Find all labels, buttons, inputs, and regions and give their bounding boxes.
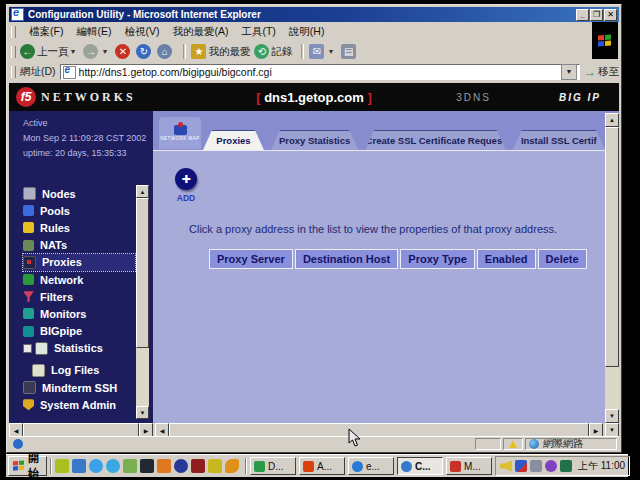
sidebar-item-filters[interactable]: Filters	[23, 288, 135, 305]
tab-create-ssl-certificate-request[interactable]: Create SSL Certificate Request	[365, 130, 505, 150]
volume-icon[interactable]	[500, 460, 512, 472]
task-button-3[interactable]: e...	[348, 457, 394, 475]
forward-dropdown-icon[interactable]: ▼	[101, 48, 108, 55]
add-proxy-button[interactable]: ✚	[175, 168, 197, 190]
title-bar[interactable]: Configuration Utility - Microsoft Intern…	[9, 7, 619, 22]
scrollbar-thumb[interactable]	[169, 423, 589, 437]
task-button-2[interactable]: A...	[299, 457, 345, 475]
column-proxy-server[interactable]: Proxy Server	[209, 249, 293, 269]
scroll-right-icon[interactable]: ▶	[139, 423, 153, 437]
address-input[interactable]	[79, 66, 561, 78]
refresh-button[interactable]: ↻	[136, 44, 153, 59]
address-field[interactable]: ▼	[60, 64, 580, 80]
show-desktop-icon[interactable]	[72, 459, 86, 473]
sidebar-item-bigpipe[interactable]: BIGpipe	[23, 323, 135, 340]
toolbar-grip[interactable]	[11, 66, 16, 78]
toolbar-grip[interactable]	[11, 26, 16, 38]
go-button[interactable]: → 移至	[584, 65, 619, 79]
quicklaunch-icon-5[interactable]	[123, 459, 137, 473]
column-proxy-type[interactable]: Proxy Type	[400, 249, 475, 269]
quicklaunch-icon-9[interactable]	[191, 459, 205, 473]
scroll-up-icon[interactable]: ▲	[605, 113, 619, 127]
sidebar-item-nodes[interactable]: Nodes	[23, 185, 135, 202]
ime-indicator-icon[interactable]	[515, 460, 527, 472]
quicklaunch-icon-7[interactable]	[157, 459, 171, 473]
maximize-button[interactable]: ❐	[590, 9, 603, 21]
start-button[interactable]: 開始	[8, 456, 47, 476]
network-tray-icon[interactable]	[560, 460, 572, 472]
sidebar-item-log-files[interactable]: Log Files	[32, 362, 135, 379]
scrollbar-thumb[interactable]	[605, 127, 619, 367]
tab-proxies[interactable]: Proxies	[203, 130, 264, 150]
scrollbar-thumb[interactable]	[23, 423, 139, 437]
quicklaunch-icon-6[interactable]	[140, 459, 154, 473]
mail-button[interactable]: ✉ ▼	[309, 44, 337, 59]
status-active: Active	[23, 116, 146, 131]
scroll-down-icon[interactable]: ▼	[605, 409, 619, 423]
column-delete[interactable]: Delete	[538, 249, 587, 269]
menu-edit[interactable]: 編輯(E)	[76, 25, 111, 39]
quicklaunch-icon-3[interactable]	[89, 459, 103, 473]
sidebar-item-statistics[interactable]: Statistics	[23, 340, 135, 357]
sidebar-item-pools[interactable]: Pools	[23, 202, 135, 219]
sidebar-hscrollbar[interactable]: ◀ ▶	[9, 423, 153, 437]
mail-dropdown-icon[interactable]: ▼	[327, 48, 334, 55]
sidebar-item-proxies[interactable]: Proxies	[23, 254, 135, 271]
sidebar-item-system-admin[interactable]: System Admin	[23, 396, 135, 413]
print-button[interactable]: ▤	[341, 44, 358, 59]
minimize-button[interactable]: _	[576, 9, 589, 21]
tab-install-ssl-certificate[interactable]: Install SSL Certif	[513, 130, 605, 150]
scroll-left-icon[interactable]: ◀	[155, 423, 169, 437]
main-scrollbar[interactable]: ▲ ▼	[605, 113, 619, 423]
scroll-left-icon[interactable]: ◀	[9, 423, 23, 437]
sidebar-scrollbar[interactable]: ▲ ▼	[136, 185, 149, 419]
quicklaunch-icon-1[interactable]	[55, 459, 69, 473]
menu-view[interactable]: 檢視(V)	[124, 25, 159, 39]
main-hscrollbar[interactable]: ◀ ▶	[155, 423, 603, 437]
task-button-configuration-utility[interactable]: C...	[397, 457, 443, 475]
ie-quicklaunch-icon[interactable]	[106, 459, 120, 473]
tab-proxy-statistics[interactable]: Proxy Statistics	[271, 130, 358, 150]
sidebar-item-rules[interactable]: Rules	[23, 219, 135, 236]
mouse-cursor	[348, 428, 361, 447]
display-tray-icon[interactable]	[530, 460, 542, 472]
close-button[interactable]: ✕	[604, 9, 617, 21]
home-button[interactable]: ⌂	[157, 44, 174, 59]
app-tray-icon[interactable]	[545, 460, 557, 472]
favorites-button[interactable]: ★ 我的最愛	[191, 44, 250, 59]
menu-help[interactable]: 說明(H)	[289, 25, 325, 39]
sidebar-item-mindterm-ssh[interactable]: Mindterm SSH	[23, 379, 135, 396]
toolbar-grip[interactable]	[11, 46, 16, 58]
forward-button[interactable]: → ▼	[83, 44, 111, 59]
address-dropdown-icon[interactable]: ▼	[561, 64, 577, 80]
sidebar-item-monitors[interactable]: Monitors	[23, 305, 135, 322]
sidebar-item-nats[interactable]: NATs	[23, 237, 135, 254]
back-dropdown-icon[interactable]: ▼	[70, 48, 77, 55]
sidebar-item-network[interactable]: Network	[23, 271, 135, 288]
product-bigip-link[interactable]: BIG IP	[559, 92, 601, 103]
quicklaunch-icon-11[interactable]	[225, 459, 239, 473]
column-enabled[interactable]: Enabled	[477, 249, 536, 269]
toolbar-separator	[183, 44, 186, 59]
menu-tools[interactable]: 工具(T)	[241, 25, 275, 39]
horizontal-scroll-row: ◀ ▶ ◀ ▶ ▼	[9, 423, 619, 437]
history-button[interactable]: ⟲ 記錄	[254, 44, 292, 59]
scrollbar-thumb[interactable]	[136, 198, 149, 348]
menu-file[interactable]: 檔案(F)	[29, 25, 63, 39]
column-destination-host[interactable]: Destination Host	[295, 249, 398, 269]
network-map-tab[interactable]: NETWORK MAP	[159, 117, 201, 149]
scroll-up-icon[interactable]: ▲	[136, 185, 149, 198]
quicklaunch-icon-8[interactable]	[174, 459, 188, 473]
home-icon: ⌂	[157, 44, 172, 59]
product-3dns-link[interactable]: 3DNS	[456, 92, 491, 103]
back-button[interactable]: ← 上一頁 ▼	[20, 44, 79, 59]
scroll-down-icon[interactable]: ▼	[136, 406, 149, 419]
menu-favorites[interactable]: 我的最愛(A)	[172, 25, 228, 39]
tree-expander-icon[interactable]	[23, 344, 32, 353]
task-button-1[interactable]: D...	[250, 457, 296, 475]
task-button-5[interactable]: M...	[446, 457, 492, 475]
taskbar: 開始 D... A... e... C... M...	[6, 454, 628, 477]
stop-button[interactable]: ✕	[115, 44, 132, 59]
quicklaunch-icon-10[interactable]	[208, 459, 222, 473]
scroll-right-icon[interactable]: ▶	[589, 423, 603, 437]
